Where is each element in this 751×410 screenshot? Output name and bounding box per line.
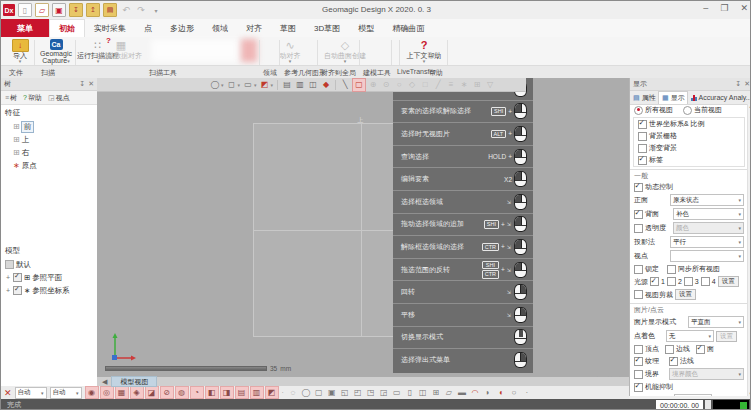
tab-polygons[interactable]: 多边形	[161, 19, 203, 37]
checkbox-bg-grid[interactable]	[638, 132, 647, 141]
checkbox-texture[interactable]	[634, 357, 643, 366]
checkbox-light-3[interactable]	[684, 277, 693, 286]
zoom-tool-13[interactable]: ▱	[443, 387, 455, 398]
tab-scroll-left-icon[interactable]: ◀	[102, 378, 107, 386]
point-size-select[interactable]: 2▾	[674, 394, 712, 396]
tab-3d-sketch[interactable]: 3D草图	[305, 19, 349, 37]
zoom-tool-8[interactable]: ◲	[378, 387, 390, 398]
tab-live-capture[interactable]: 实时采集	[85, 19, 135, 37]
zoom-tool-7[interactable]: ◳	[365, 387, 377, 398]
overflow-dot-2[interactable]: ·	[521, 387, 533, 398]
view-mode-tool-9[interactable]: ◧	[205, 386, 219, 399]
viewport[interactable]: 上 右 前 35mm ▷ ✕ ◆ ▼ ◀ 模型视图	[97, 78, 629, 386]
checkbox-normal[interactable]	[669, 357, 678, 366]
restore-button[interactable]: ❐	[720, 3, 728, 13]
zoom-tool-1[interactable]: ◌	[287, 387, 299, 398]
expand-icon[interactable]: +	[5, 287, 11, 294]
rectangle-select-tool[interactable]: ▢	[352, 78, 366, 92]
projection-select[interactable]: 平行▾	[670, 236, 744, 248]
checkbox-sync-views[interactable]	[667, 265, 676, 274]
panel-scrollbar[interactable]: ▲ ▼	[747, 104, 751, 396]
zoom-tool-5[interactable]: ◱	[339, 387, 351, 398]
zoom-tool-11[interactable]: ◫	[417, 387, 429, 398]
zoom-tool-10[interactable]: ▯	[404, 387, 416, 398]
auto-select-1[interactable]: 自动▾	[15, 387, 47, 399]
user-view-tool-1[interactable]: ◗	[482, 387, 494, 398]
tab-home[interactable]: 初始	[49, 19, 85, 37]
add-select-tool[interactable]: ⊕	[367, 79, 379, 91]
checkbox-world-axis[interactable]	[638, 120, 647, 129]
checkbox-face[interactable]	[696, 345, 705, 354]
paint-tool[interactable]: ◆	[320, 79, 332, 91]
checkbox-performance[interactable]	[634, 383, 643, 392]
view-mode-tool-13[interactable]: ◩	[265, 386, 279, 399]
view-mode-tool-2[interactable]: ◎	[100, 386, 114, 399]
minimize-button[interactable]: –	[703, 3, 708, 13]
view-mode-tool-7[interactable]: ◍	[175, 386, 189, 399]
tree-item-ref-coordinates[interactable]: +∗参照坐标系	[1, 284, 97, 297]
circle-tool[interactable]: ○	[508, 387, 520, 398]
grid-select-tool[interactable]: ⊞	[471, 79, 483, 91]
point-color-select[interactable]: 无▾	[666, 330, 714, 342]
view-mode-tool-3[interactable]: ▦	[115, 386, 129, 399]
view-plane-tool[interactable]: ▭	[242, 79, 254, 91]
auto-select-2[interactable]: 自动▾	[50, 387, 82, 399]
radio-all-views[interactable]	[634, 106, 643, 115]
user-view-tool-2[interactable]: ◖	[495, 387, 507, 398]
checkbox-view-clip[interactable]	[634, 290, 643, 299]
geomagic-capture-button[interactable]: Ca Geomagic Capture▾	[37, 38, 75, 64]
box-select-tool[interactable]: □	[419, 79, 431, 91]
import-button[interactable]: ↓ 导入▾	[5, 38, 35, 64]
tab-points[interactable]: 点	[135, 19, 161, 37]
view-mode-tool-8[interactable]: ◔	[190, 386, 204, 399]
view-mode-tool-12[interactable]: ▥	[250, 386, 264, 399]
menu-root-button[interactable]: 菜单	[1, 19, 49, 37]
context-help-button[interactable]: ? 上下文帮助▾	[403, 38, 445, 64]
visibility-checkbox[interactable]	[13, 286, 22, 295]
split-view-tool[interactable]: ◫	[307, 79, 319, 91]
tree-item-origin[interactable]: ∗原点	[1, 159, 97, 172]
tab-display[interactable]: ▦显示	[658, 91, 688, 104]
checkbox-boundary[interactable]	[634, 370, 643, 379]
tab-sketch[interactable]: 草图	[271, 19, 305, 37]
expand-icon[interactable]: +	[5, 274, 11, 281]
zoom-tool-2[interactable]: ◯	[300, 387, 312, 398]
circle-select-tool[interactable]: ○	[393, 79, 405, 91]
toolbar-overflow-dot[interactable]: ·	[282, 389, 284, 396]
zoom-tool-6[interactable]: ◰	[352, 387, 364, 398]
tab-accuracy-analyzer[interactable]: Accuracy Analy...	[688, 91, 751, 104]
view-mode-tool-10[interactable]: ◨	[220, 386, 234, 399]
pin-icon[interactable]: ↧	[79, 80, 85, 88]
front-face-select[interactable]: 原来状态▾	[670, 194, 744, 206]
checkbox-lock[interactable]	[634, 265, 643, 274]
checkbox-light-2[interactable]	[667, 277, 676, 286]
checkbox-back-face[interactable]	[634, 210, 643, 219]
stamp-tool-2[interactable]: ▥	[294, 79, 306, 91]
radio-current-view[interactable]	[683, 106, 692, 115]
zoom-tool-9[interactable]: ▭	[391, 387, 403, 398]
view-cube-tool[interactable]: ◻	[226, 79, 238, 91]
tree-item-top-plane[interactable]: ⊞上	[1, 133, 97, 146]
tab-help[interactable]: ?帮助	[21, 93, 44, 103]
checkbox-dynamic-control[interactable]	[634, 183, 643, 192]
view-mode-tool-5[interactable]: ◪	[145, 386, 159, 399]
line-tool[interactable]: ╲	[339, 79, 351, 91]
back-face-select[interactable]: 补色▾	[673, 208, 744, 220]
checkbox-light-1[interactable]	[650, 277, 659, 286]
view-mode-tool-4[interactable]: ◈	[130, 386, 144, 399]
zoom-tool-12[interactable]: ⊞	[430, 387, 442, 398]
pin-icon[interactable]: ↧	[735, 80, 741, 88]
view-mode-tool-6[interactable]: ⊘	[160, 386, 174, 399]
tab-region[interactable]: 领域	[203, 19, 237, 37]
view-mode-tool-1[interactable]: ◉	[85, 386, 99, 399]
tab-alignment[interactable]: 对齐	[237, 19, 271, 37]
tree-item-ref-planes[interactable]: +⊞参照平面	[1, 271, 97, 284]
stamp-tool-1[interactable]: ▤	[281, 79, 293, 91]
film-tool[interactable]: ▬	[456, 387, 468, 398]
tab-exact-surface[interactable]: 精确曲面	[383, 19, 433, 37]
close-button[interactable]: ✕	[740, 3, 748, 13]
tab-properties[interactable]: ▤属性	[630, 91, 658, 104]
checkbox-labels[interactable]	[638, 156, 647, 165]
cone-select-tool[interactable]: ▽	[484, 79, 496, 91]
checkbox-vertex[interactable]	[634, 345, 643, 354]
